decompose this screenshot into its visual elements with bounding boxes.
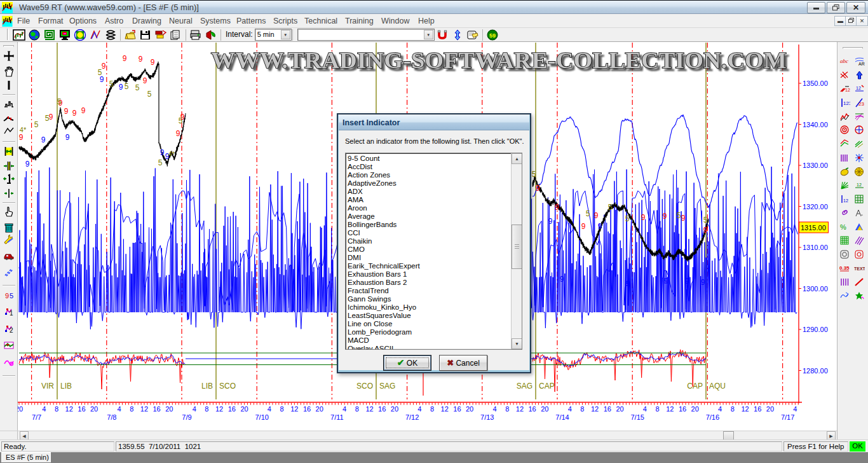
svg-text:1310.00: 1310.00 <box>803 244 828 251</box>
svg-text:16: 16 <box>679 405 686 413</box>
svg-text:20: 20 <box>165 405 173 413</box>
svg-text:9: 9 <box>548 217 553 226</box>
svg-text:9: 9 <box>160 148 165 157</box>
svg-text:9: 9 <box>19 133 24 142</box>
svg-text:7/16: 7/16 <box>706 413 719 421</box>
svg-text:TEXT: TEXT <box>854 266 865 271</box>
svg-text:4: 4 <box>42 405 46 413</box>
svg-text:9: 9 <box>41 135 46 144</box>
svg-text:8: 8 <box>355 405 359 413</box>
svg-text:7/10: 7/10 <box>255 413 268 421</box>
svg-text:4*: 4* <box>20 126 27 134</box>
svg-text:9: 9 <box>139 55 143 64</box>
svg-text:16: 16 <box>604 405 611 413</box>
svg-text:12: 12 <box>843 198 848 203</box>
svg-text:16: 16 <box>228 405 236 413</box>
svg-text:5: 5 <box>135 83 140 92</box>
svg-text:LIB: LIB <box>201 382 213 390</box>
svg-text:CAP: CAP <box>687 382 703 390</box>
svg-text:9: 9 <box>5 292 9 300</box>
svg-text:9: 9 <box>72 109 77 118</box>
svg-text:12: 12 <box>140 405 148 413</box>
svg-text:8: 8 <box>280 405 284 413</box>
svg-text:9: 9 <box>663 212 667 221</box>
svg-text:7/15: 7/15 <box>630 413 644 421</box>
svg-text:20: 20 <box>391 405 398 413</box>
svg-text:5: 5 <box>158 158 163 167</box>
svg-text:4: 4 <box>117 405 121 413</box>
svg-text:1300.00: 1300.00 <box>803 285 828 293</box>
svg-text:7/17: 7/17 <box>781 413 794 421</box>
svg-text:16: 16 <box>453 405 461 413</box>
svg-text:abc: abc <box>840 58 848 64</box>
svg-text:12: 12 <box>845 88 850 92</box>
svg-text:8: 8 <box>205 405 208 413</box>
svg-text:4: 4 <box>268 405 271 413</box>
svg-text:16: 16 <box>303 405 311 413</box>
svg-text:5: 5 <box>625 214 630 223</box>
svg-text:8: 8 <box>505 405 509 413</box>
svg-text:9: 9 <box>664 277 668 286</box>
svg-text:7/11: 7/11 <box>330 413 344 421</box>
svg-text:5: 5 <box>703 216 708 225</box>
svg-text:4: 4 <box>718 405 722 413</box>
svg-text:20: 20 <box>466 405 473 413</box>
svg-text:12: 12 <box>65 405 73 413</box>
svg-text:5: 5 <box>532 170 536 179</box>
svg-text:9: 9 <box>701 278 705 287</box>
svg-text:7/14: 7/14 <box>555 413 569 421</box>
svg-text:0.35: 0.35 <box>839 265 850 271</box>
svg-text:SAG: SAG <box>517 382 532 390</box>
svg-text:12: 12 <box>857 183 862 187</box>
svg-text:9: 9 <box>119 83 123 92</box>
svg-text:7/7: 7/7 <box>32 413 41 421</box>
svg-text:123: 123 <box>843 100 850 106</box>
svg-text:4: 4 <box>643 405 647 413</box>
svg-text:AR: AR <box>858 62 865 66</box>
svg-text:12: 12 <box>741 405 749 413</box>
svg-text:9: 9 <box>560 275 564 284</box>
svg-text:9: 9 <box>681 214 686 223</box>
svg-text:1: 1 <box>10 310 13 317</box>
svg-text:12: 12 <box>516 405 524 413</box>
svg-text:%: % <box>840 223 846 231</box>
svg-text:AQU: AQU <box>709 382 726 390</box>
svg-text:16: 16 <box>528 405 536 413</box>
svg-text:1290.00: 1290.00 <box>803 326 828 333</box>
svg-text:12: 12 <box>215 405 223 413</box>
svg-text:5: 5 <box>109 79 114 88</box>
svg-text:8: 8 <box>656 405 660 413</box>
svg-text:5: 5 <box>45 114 50 123</box>
svg-text:9: 9 <box>102 62 106 71</box>
svg-text:1330.00: 1330.00 <box>803 162 828 169</box>
svg-text:4: 4 <box>193 405 196 413</box>
svg-text:20: 20 <box>316 405 323 413</box>
svg-text:CAP: CAP <box>539 382 555 390</box>
svg-text:9: 9 <box>641 213 646 222</box>
svg-text:1315.00: 1315.00 <box>801 224 826 232</box>
svg-text:9: 9 <box>65 133 70 142</box>
svg-text:12: 12 <box>441 405 449 413</box>
svg-text:1350.00: 1350.00 <box>803 79 828 87</box>
svg-text:8: 8 <box>731 405 735 413</box>
svg-text:20: 20 <box>541 405 548 413</box>
svg-text:5: 5 <box>586 209 590 218</box>
svg-text:9: 9 <box>598 222 602 231</box>
svg-text:8: 8 <box>430 405 434 413</box>
svg-text:9: 9 <box>151 58 155 67</box>
svg-text:59: 59 <box>489 32 496 38</box>
svg-text:5: 5 <box>608 203 613 212</box>
svg-text:5: 5 <box>179 116 183 125</box>
svg-text:9: 9 <box>176 129 180 138</box>
svg-text:7/12: 7/12 <box>405 413 419 421</box>
svg-text:20: 20 <box>766 405 774 413</box>
svg-text:9: 9 <box>581 222 586 231</box>
svg-text:1320.00: 1320.00 <box>803 203 828 211</box>
svg-text:9: 9 <box>49 113 53 121</box>
svg-text:7/8: 7/8 <box>107 413 116 421</box>
svg-text:9: 9 <box>555 203 559 212</box>
svg-text:12: 12 <box>856 86 861 90</box>
svg-text:SAG: SAG <box>379 382 395 390</box>
svg-text:9: 9 <box>626 279 630 288</box>
svg-text:8: 8 <box>55 405 58 413</box>
